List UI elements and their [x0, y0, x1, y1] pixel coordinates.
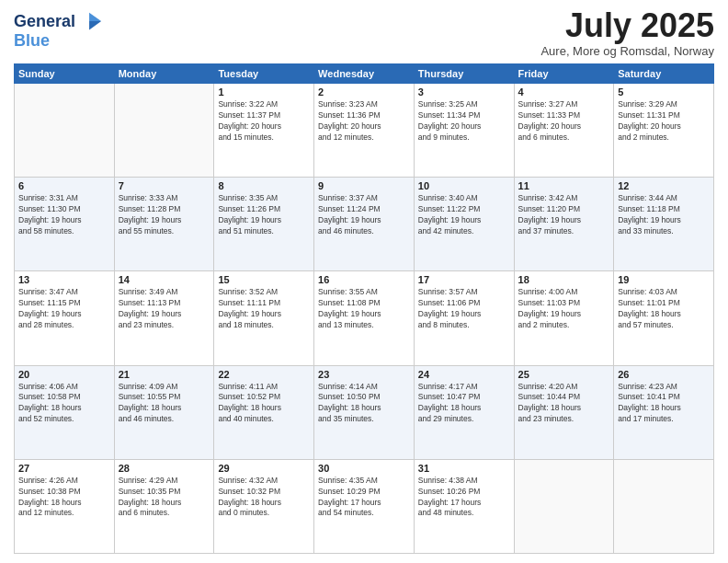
day-info: Sunrise: 3:27 AMSunset: 11:33 PMDaylight…: [518, 99, 610, 144]
day-number: 23: [318, 369, 410, 380]
day-number: 21: [119, 369, 210, 380]
day-number: 24: [418, 369, 510, 380]
day-number: 28: [119, 463, 210, 474]
table-row: 12Sunrise: 3:44 AMSunset: 11:18 PMDaylig…: [614, 178, 714, 271]
table-row: 18Sunrise: 4:00 AMSunset: 11:03 PMDaylig…: [514, 271, 614, 365]
day-info: Sunrise: 3:42 AMSunset: 11:20 PMDaylight…: [518, 193, 610, 237]
day-info: Sunrise: 3:35 AMSunset: 11:26 PMDaylight…: [218, 193, 310, 237]
day-number: 30: [318, 463, 410, 474]
logo-text: General: [14, 13, 75, 31]
day-info: Sunrise: 4:09 AMSunset: 10:55 PMDaylight…: [119, 382, 210, 426]
table-row: 4Sunrise: 3:27 AMSunset: 11:33 PMDayligh…: [514, 84, 614, 178]
day-info: Sunrise: 4:38 AMSunset: 10:26 PMDaylight…: [418, 476, 510, 520]
day-info: Sunrise: 3:57 AMSunset: 11:06 PMDaylight…: [418, 287, 510, 331]
table-row: [614, 459, 714, 553]
svg-marker-0: [89, 13, 101, 21]
table-row: 21Sunrise: 4:09 AMSunset: 10:55 PMDaylig…: [114, 365, 214, 459]
table-row: 6Sunrise: 3:31 AMSunset: 11:30 PMDayligh…: [15, 178, 115, 271]
day-info: Sunrise: 3:33 AMSunset: 11:28 PMDaylight…: [119, 193, 210, 237]
table-row: 16Sunrise: 3:55 AMSunset: 11:08 PMDaylig…: [314, 271, 415, 365]
col-monday: Monday: [114, 64, 214, 84]
calendar-week-row: 13Sunrise: 3:47 AMSunset: 11:15 PMDaylig…: [15, 271, 714, 365]
day-number: 5: [618, 86, 710, 98]
day-number: 2: [318, 86, 410, 98]
day-info: Sunrise: 4:06 AMSunset: 10:58 PMDaylight…: [18, 382, 110, 426]
table-row: [514, 459, 614, 553]
day-number: 19: [618, 274, 710, 285]
table-row: 20Sunrise: 4:06 AMSunset: 10:58 PMDaylig…: [15, 365, 115, 459]
day-info: Sunrise: 4:32 AMSunset: 10:32 PMDaylight…: [218, 476, 310, 520]
day-number: 4: [518, 86, 610, 98]
page: General Blue July 2025 Aure, More og Rom…: [0, 0, 728, 563]
day-info: Sunrise: 3:23 AMSunset: 11:36 PMDaylight…: [318, 99, 410, 144]
table-row: [114, 84, 214, 178]
day-info: Sunrise: 3:25 AMSunset: 11:34 PMDaylight…: [418, 99, 510, 144]
day-number: 10: [418, 180, 510, 191]
col-tuesday: Tuesday: [214, 64, 314, 84]
table-row: 17Sunrise: 3:57 AMSunset: 11:06 PMDaylig…: [414, 271, 514, 365]
table-row: 22Sunrise: 4:11 AMSunset: 10:52 PMDaylig…: [214, 365, 314, 459]
day-number: 12: [618, 180, 710, 191]
table-row: 26Sunrise: 4:23 AMSunset: 10:41 PMDaylig…: [614, 365, 714, 459]
col-friday: Friday: [514, 64, 614, 84]
day-info: Sunrise: 3:40 AMSunset: 11:22 PMDaylight…: [418, 193, 510, 237]
day-number: 31: [418, 463, 510, 474]
day-info: Sunrise: 3:31 AMSunset: 11:30 PMDaylight…: [18, 193, 110, 237]
day-info: Sunrise: 3:49 AMSunset: 11:13 PMDaylight…: [119, 287, 210, 331]
logo-icon: [77, 9, 103, 35]
table-row: 5Sunrise: 3:29 AMSunset: 11:31 PMDayligh…: [614, 84, 714, 178]
table-row: 15Sunrise: 3:52 AMSunset: 11:11 PMDaylig…: [214, 271, 314, 365]
table-row: 27Sunrise: 4:26 AMSunset: 10:38 PMDaylig…: [15, 459, 115, 553]
table-row: 25Sunrise: 4:20 AMSunset: 10:44 PMDaylig…: [514, 365, 614, 459]
table-row: 19Sunrise: 4:03 AMSunset: 11:01 PMDaylig…: [614, 271, 714, 365]
location-title: Aure, More og Romsdal, Norway: [540, 44, 714, 58]
day-info: Sunrise: 4:00 AMSunset: 11:03 PMDaylight…: [518, 287, 610, 331]
day-number: 22: [218, 369, 310, 380]
calendar-header-row: Sunday Monday Tuesday Wednesday Thursday…: [15, 64, 714, 84]
day-number: 6: [18, 180, 110, 191]
col-saturday: Saturday: [614, 64, 714, 84]
table-row: 1Sunrise: 3:22 AMSunset: 11:37 PMDayligh…: [214, 84, 314, 178]
table-row: 11Sunrise: 3:42 AMSunset: 11:20 PMDaylig…: [514, 178, 614, 271]
col-sunday: Sunday: [15, 64, 115, 84]
day-number: 9: [318, 180, 410, 191]
day-number: 1: [218, 86, 310, 98]
day-info: Sunrise: 4:03 AMSunset: 11:01 PMDaylight…: [618, 287, 710, 331]
day-info: Sunrise: 4:14 AMSunset: 10:50 PMDaylight…: [318, 382, 410, 426]
table-row: 29Sunrise: 4:32 AMSunset: 10:32 PMDaylig…: [214, 459, 314, 553]
day-number: 13: [18, 274, 110, 285]
day-info: Sunrise: 4:29 AMSunset: 10:35 PMDaylight…: [119, 476, 210, 520]
calendar-week-row: 27Sunrise: 4:26 AMSunset: 10:38 PMDaylig…: [15, 459, 714, 553]
day-number: 29: [218, 463, 310, 474]
table-row: 3Sunrise: 3:25 AMSunset: 11:34 PMDayligh…: [414, 84, 514, 178]
day-number: 20: [18, 369, 110, 380]
logo: General Blue: [14, 9, 103, 51]
calendar-week-row: 20Sunrise: 4:06 AMSunset: 10:58 PMDaylig…: [15, 365, 714, 459]
day-info: Sunrise: 3:29 AMSunset: 11:31 PMDaylight…: [618, 99, 710, 144]
day-info: Sunrise: 3:47 AMSunset: 11:15 PMDaylight…: [18, 287, 110, 331]
day-number: 27: [18, 463, 110, 474]
calendar-week-row: 6Sunrise: 3:31 AMSunset: 11:30 PMDayligh…: [15, 178, 714, 271]
svg-marker-1: [89, 21, 101, 29]
table-row: 13Sunrise: 3:47 AMSunset: 11:15 PMDaylig…: [15, 271, 115, 365]
day-info: Sunrise: 3:52 AMSunset: 11:11 PMDaylight…: [218, 287, 310, 331]
table-row: 8Sunrise: 3:35 AMSunset: 11:26 PMDayligh…: [214, 178, 314, 271]
day-info: Sunrise: 3:55 AMSunset: 11:08 PMDaylight…: [318, 287, 410, 331]
table-row: 23Sunrise: 4:14 AMSunset: 10:50 PMDaylig…: [314, 365, 415, 459]
day-info: Sunrise: 4:26 AMSunset: 10:38 PMDaylight…: [18, 476, 110, 520]
day-info: Sunrise: 4:20 AMSunset: 10:44 PMDaylight…: [518, 382, 610, 426]
day-number: 18: [518, 274, 610, 285]
day-info: Sunrise: 4:11 AMSunset: 10:52 PMDaylight…: [218, 382, 310, 426]
table-row: 9Sunrise: 3:37 AMSunset: 11:24 PMDayligh…: [314, 178, 415, 271]
day-number: 17: [418, 274, 510, 285]
table-row: 7Sunrise: 3:33 AMSunset: 11:28 PMDayligh…: [114, 178, 214, 271]
day-info: Sunrise: 4:23 AMSunset: 10:41 PMDaylight…: [618, 382, 710, 426]
table-row: 30Sunrise: 4:35 AMSunset: 10:29 PMDaylig…: [314, 459, 415, 553]
table-row: 10Sunrise: 3:40 AMSunset: 11:22 PMDaylig…: [414, 178, 514, 271]
day-info: Sunrise: 3:37 AMSunset: 11:24 PMDaylight…: [318, 193, 410, 237]
table-row: 31Sunrise: 4:38 AMSunset: 10:26 PMDaylig…: [414, 459, 514, 553]
col-thursday: Thursday: [414, 64, 514, 84]
table-row: 14Sunrise: 3:49 AMSunset: 11:13 PMDaylig…: [114, 271, 214, 365]
day-number: 15: [218, 274, 310, 285]
day-number: 25: [518, 369, 610, 380]
